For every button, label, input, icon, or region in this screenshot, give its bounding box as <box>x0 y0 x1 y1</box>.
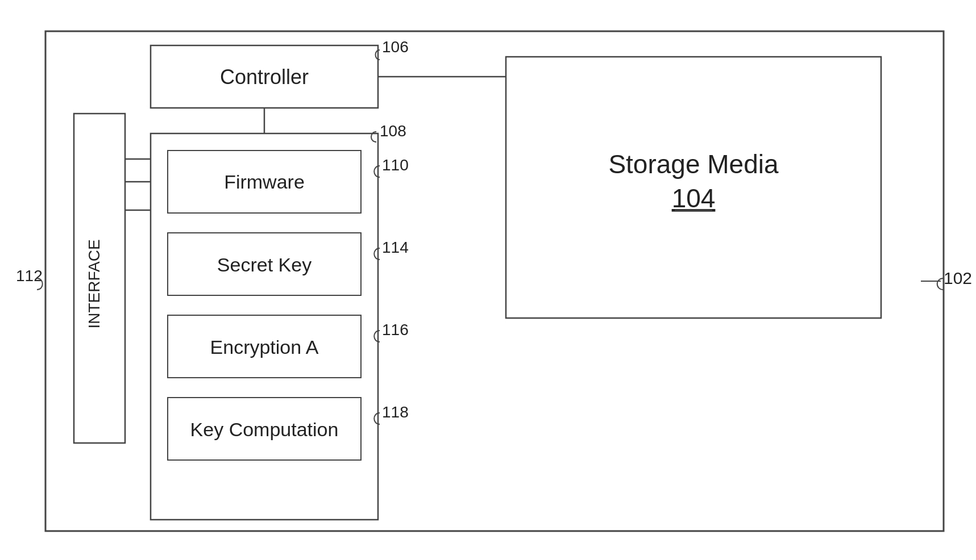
storage-media-number: 104 <box>672 183 716 213</box>
firmware-label: Firmware <box>224 171 305 193</box>
encryption-a-label: Encryption A <box>210 336 319 358</box>
key-computation-label: Key Computation <box>190 419 339 440</box>
ref-116-label: 116 <box>382 321 409 338</box>
ref-118-label: 118 <box>382 403 409 421</box>
ref-108-label: 108 <box>380 122 406 140</box>
ref-112-label: 112 <box>16 267 43 285</box>
svg-rect-0 <box>45 31 944 531</box>
controller-label: Controller <box>220 65 309 89</box>
ref-114-label: 114 <box>382 239 409 256</box>
ref-110-label: 110 <box>382 156 409 174</box>
diagram-container: 102 INTERFACE 112 Controller 106 108 <box>0 0 976 560</box>
interface-label: INTERFACE <box>85 239 103 328</box>
secret-key-label: Secret Key <box>217 254 312 275</box>
ref-102-label: 102 <box>944 269 972 287</box>
storage-media-label: Storage Media <box>608 149 779 179</box>
ref-106-label: 106 <box>382 38 409 56</box>
